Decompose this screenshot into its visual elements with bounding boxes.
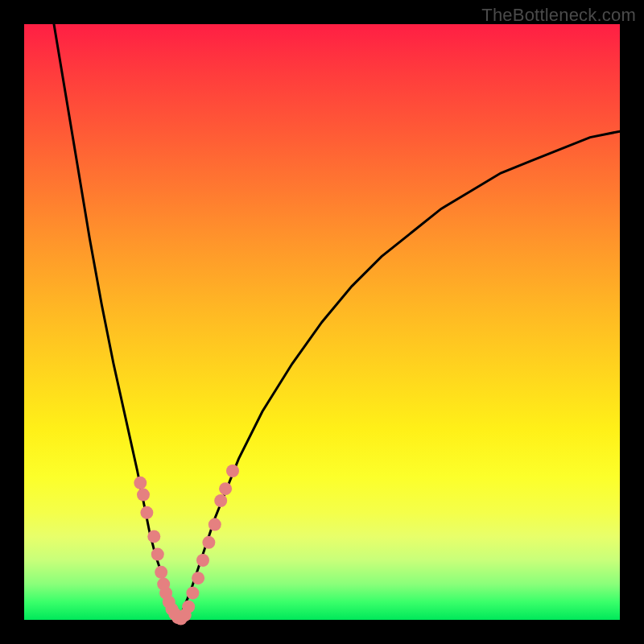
sample-dot <box>134 477 147 489</box>
chart-plot-area <box>24 24 620 620</box>
watermark-text: TheBottleneck.com <box>481 5 636 26</box>
sample-dot <box>147 530 160 543</box>
chart-svg <box>24 24 620 620</box>
sample-dot <box>140 506 153 519</box>
sample-dot <box>182 601 195 613</box>
chart-frame: TheBottleneck.com <box>0 0 644 644</box>
sample-dot <box>137 489 150 502</box>
sample-dot <box>214 494 227 507</box>
sample-dot <box>219 482 232 495</box>
curve-right <box>179 131 620 620</box>
sample-dot <box>202 536 215 549</box>
sample-dot <box>196 554 209 567</box>
sample-dot <box>208 518 221 531</box>
sample-dots <box>134 464 239 625</box>
sample-dot <box>186 587 199 600</box>
curve-left <box>54 24 179 620</box>
sample-dot <box>192 572 204 584</box>
sample-dot <box>226 464 239 477</box>
sample-dot <box>155 566 167 579</box>
sample-dot <box>151 548 164 561</box>
